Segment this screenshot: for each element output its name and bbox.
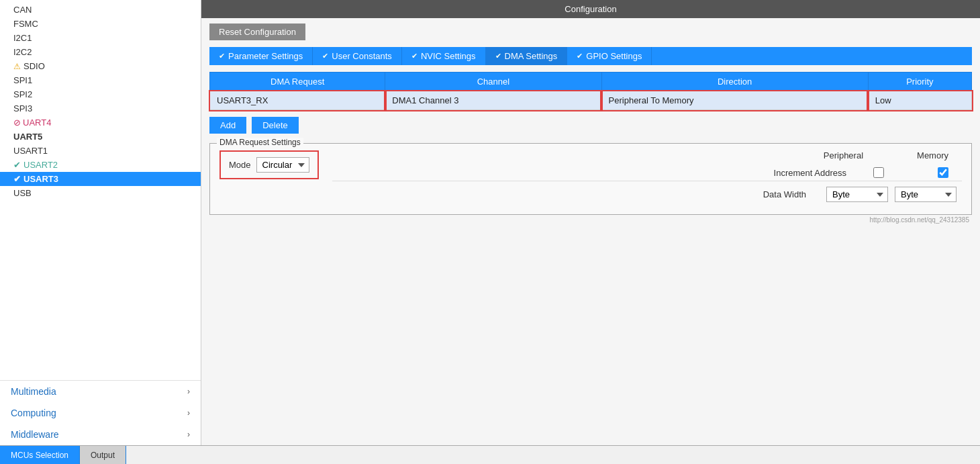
dma-request-settings: DMA Request Settings Mode Circular Norma… [209,143,972,215]
tab-user-constants[interactable]: ✔ User Constants [313,47,402,65]
sidebar-item-i2c2[interactable]: I2C2 [0,45,201,59]
tab-check-dma: ✔ [495,52,501,60]
tab-check-gpio: ✔ [577,52,583,60]
tab-gpio-settings[interactable]: ✔ GPIO Settings [567,47,652,65]
computing-label: Computing [11,408,56,418]
chevron-icon-multimedia: › [187,387,190,396]
inc-header: Peripheral Memory [332,150,962,160]
cell-direction: Peripheral To Memory [601,91,868,110]
sidebar-item-fsmc[interactable]: FSMC [0,17,201,31]
cell-dma-request: USART3_RX [210,91,385,110]
bottom-tab-output[interactable]: Output [80,446,126,464]
col-dma-request: DMA Request [210,73,385,91]
col-channel: Channel [385,73,601,91]
tab-parameter-settings[interactable]: ✔ Parameter Settings [209,47,313,65]
data-width-label: Data Width [332,189,826,199]
sidebar-item-spi3[interactable]: SPI3 [0,101,201,115]
sidebar-item-uart4[interactable]: ⊘UART4 [0,115,201,130]
tab-nvic-settings[interactable]: ✔ NVIC Settings [402,47,486,65]
dma-settings-inner: Mode Circular Normal Peripheral Memory [219,150,962,205]
sidebar-item-usart3[interactable]: ✔USART3 [0,172,201,186]
sidebar-item-i2c1[interactable]: I2C1 [0,31,201,45]
bottom-tab-mcus[interactable]: MCUs Selection [0,446,80,464]
peripheral-width-select[interactable]: Byte Half Word Word [826,187,888,202]
content-area: Configuration Reset Configuration ✔ Para… [201,0,980,445]
table-row[interactable]: USART3_RX DMA1 Channel 3 Peripheral To M… [210,91,972,110]
multimedia-label: Multimedia [11,386,56,397]
add-button[interactable]: Add [209,117,246,134]
config-body: Reset Configuration ✔ Parameter Settings… [201,18,980,445]
mode-section: Mode Circular Normal [219,150,319,179]
sidebar-item-usart2[interactable]: ✔USART2 [0,158,201,172]
dma-table: DMA Request Channel Direction Priority U… [209,72,972,110]
middleware-label: Middleware [11,429,59,440]
sidebar-group-middleware[interactable]: Middleware › [0,424,201,445]
increment-section: Peripheral Memory Increment Address Data [332,150,962,205]
sidebar-item-uart5[interactable]: UART5 [0,130,201,144]
cell-channel: DMA1 Channel 3 [385,91,601,110]
data-width-selects: Byte Half Word Word Byte Half Word Word [826,187,962,202]
sidebar-item-can[interactable]: CAN [0,3,201,17]
sidebar-item-sdio[interactable]: ⚠ SDIO [0,59,201,73]
warning-icon: ⚠ [13,62,21,71]
tab-dma-settings[interactable]: ✔ DMA Settings [486,47,568,65]
sidebar: CAN FSMC I2C1 I2C2 ⚠ SDIO SPI1 SPI2 SPI3… [0,0,201,445]
config-header: Configuration [201,0,980,18]
tab-check-user-constants: ✔ [322,52,328,60]
reset-config-button[interactable]: Reset Configuration [209,24,305,40]
mode-select[interactable]: Circular Normal [256,157,309,173]
cell-priority: Low [868,91,971,110]
mode-label: Mode [229,160,251,170]
chevron-icon-middleware: › [187,430,190,439]
dma-settings-legend: DMA Request Settings [217,138,303,147]
footer-url: http://blog.csdn.net/qq_24312385 [209,215,972,225]
sidebar-list: CAN FSMC I2C1 I2C2 ⚠ SDIO SPI1 SPI2 SPI3… [0,0,201,380]
peripheral-header: Peripheral [824,150,863,160]
tab-bar: ✔ Parameter Settings ✔ User Constants ✔ … [209,47,972,65]
tab-check-parameter: ✔ [219,52,225,60]
increment-label: Increment Address [332,168,867,178]
sidebar-item-usb[interactable]: USB [0,186,201,200]
bottom-tabs: MCUs Selection Output [0,445,980,464]
action-buttons: Add Delete [209,117,972,134]
cancel-icon: ⊘ [13,118,21,128]
col-priority: Priority [868,73,971,91]
sidebar-group-computing[interactable]: Computing › [0,402,201,424]
memory-width-select[interactable]: Byte Half Word Word [895,187,957,202]
check-icon-usart2: ✔ [13,160,21,170]
check-icon-usart3: ✔ [13,174,21,184]
memory-increment-checkbox[interactable] [938,167,948,178]
sidebar-item-spi1[interactable]: SPI1 [0,73,201,87]
tab-check-nvic: ✔ [411,52,418,60]
chevron-icon-computing: › [187,408,190,418]
memory-header: Memory [917,150,948,160]
peripheral-increment-checkbox[interactable] [873,167,884,178]
sidebar-group-multimedia[interactable]: Multimedia › [0,381,201,402]
sidebar-item-usart1[interactable]: USART1 [0,144,201,158]
increment-row: Increment Address [332,165,962,181]
col-direction: Direction [601,73,868,91]
delete-button[interactable]: Delete [252,117,299,134]
data-width-row: Data Width Byte Half Word Word Byte Half… [332,181,962,205]
inc-checkboxes [873,167,962,178]
sidebar-section-groups: Multimedia › Computing › Middleware › [0,380,201,445]
sidebar-item-spi2[interactable]: SPI2 [0,87,201,101]
